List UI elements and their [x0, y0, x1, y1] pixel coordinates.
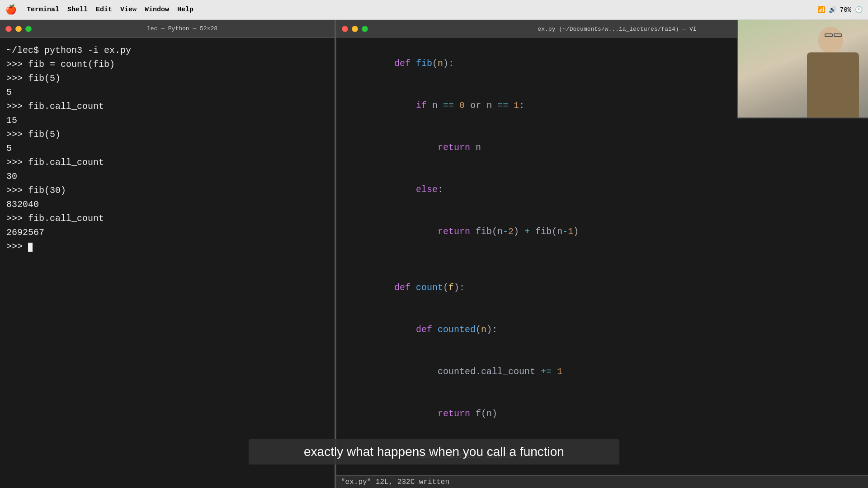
code-line-10: return f(n): [340, 393, 864, 435]
vim-statusbar: "ex.py" 12L, 232C written: [336, 475, 868, 488]
terminal-line-1: ~/lec$ python3 -i ex.py: [6, 43, 328, 57]
code-line-5: return fib(n-2) + fib(n-1): [340, 211, 864, 253]
battery-label: 70%: [840, 6, 851, 14]
terminal-line-13: >>> fib.call_count: [6, 211, 328, 225]
terminal-line-3: >>> fib(5): [6, 71, 328, 85]
clock-icon: 🕐: [855, 6, 863, 14]
editor-close-button[interactable]: [342, 26, 348, 32]
terminal-panel[interactable]: lec — Python — 52×28 ~/lec$ python3 -i e…: [0, 20, 335, 488]
terminal-line-12: 832040: [6, 197, 328, 211]
code-line-9: counted.call_count += 1: [340, 351, 864, 393]
editor-maximize-button[interactable]: [362, 26, 368, 32]
menubar-terminal[interactable]: Terminal: [27, 6, 59, 14]
cursor: [28, 243, 33, 252]
webcam-video: [738, 20, 868, 117]
apple-menu-icon[interactable]: 🍎: [5, 4, 17, 15]
terminal-line-9: >>> fib.call_count: [6, 155, 328, 169]
terminal-line-11: >>> fib(30): [6, 183, 328, 197]
menubar-right: 📶 🔊 70% 🕐: [817, 6, 863, 14]
menubar-help[interactable]: Help: [177, 6, 193, 14]
terminal-line-15: >>>: [6, 239, 328, 253]
vim-status-text: "ex.py" 12L, 232C written: [341, 478, 449, 486]
terminal-line-2: >>> fib = count(fib): [6, 57, 328, 71]
main-container: lec — Python — 52×28 ~/lec$ python3 -i e…: [0, 20, 868, 488]
code-line-8: def counted(n):: [340, 309, 864, 351]
maximize-button[interactable]: [25, 26, 32, 32]
terminal-line-5: >>> fib.call_count: [6, 99, 328, 113]
code-line-7: def count(f):: [340, 267, 864, 309]
terminal-line-7: >>> fib(5): [6, 127, 328, 141]
menubar: 🍎 Terminal Shell Edit View Window Help 📶…: [0, 0, 868, 20]
terminal-titlebar: lec — Python — 52×28: [0, 20, 335, 38]
terminal-title: lec — Python — 52×28: [35, 25, 329, 32]
terminal-line-6: 15: [6, 113, 328, 127]
person-head: [818, 27, 843, 54]
glasses-right: [825, 33, 833, 37]
menubar-edit[interactable]: Edit: [96, 6, 112, 14]
terminal-line-4: 5: [6, 85, 328, 99]
glasses-left: [834, 33, 842, 37]
close-button[interactable]: [5, 26, 12, 32]
code-line-4: else:: [340, 169, 864, 211]
menubar-window[interactable]: Window: [145, 6, 169, 14]
code-line-3: return n: [340, 127, 864, 169]
minimize-button[interactable]: [15, 26, 22, 32]
volume-icon: 🔊: [829, 6, 836, 14]
person-body: [807, 52, 859, 118]
menubar-shell[interactable]: Shell: [67, 6, 88, 14]
editor-minimize-button[interactable]: [352, 26, 358, 32]
terminal-line-8: 5: [6, 141, 328, 155]
webcam-overlay: [737, 20, 868, 118]
wifi-icon: 📶: [817, 6, 825, 14]
terminal-line-10: 30: [6, 169, 328, 183]
subtitle-bar: exactly what happens when you call a fun…: [249, 439, 619, 465]
terminal-line-14: 2692567: [6, 225, 328, 239]
menubar-view[interactable]: View: [120, 6, 137, 14]
terminal-body[interactable]: ~/lec$ python3 -i ex.py >>> fib = count(…: [0, 38, 335, 488]
code-line-6: [340, 253, 864, 267]
